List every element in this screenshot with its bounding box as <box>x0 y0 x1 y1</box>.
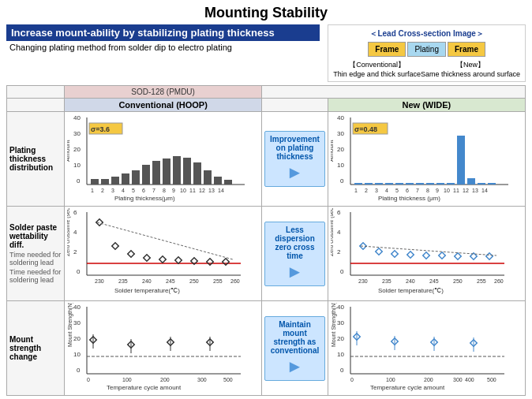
chart-new-plating: 40 30 20 10 0 Amount <box>328 112 525 207</box>
frame-diagram: Frame Plating Frame <box>333 42 520 57</box>
svg-rect-117 <box>438 252 444 259</box>
svg-text:40: 40 <box>73 114 81 121</box>
svg-rect-15 <box>163 158 170 185</box>
svg-text:260: 260 <box>494 278 504 284</box>
row-label-plating: Plating thickness distribution <box>7 112 65 207</box>
chart-new-mount: 40 30 20 10 0 Mount Strength(N) <box>328 301 525 396</box>
svg-text:20: 20 <box>73 146 81 153</box>
svg-rect-113 <box>375 248 381 255</box>
svg-rect-48 <box>365 183 373 185</box>
col-header-conventional: Conventional (HOOP) <box>65 99 262 112</box>
svg-rect-87 <box>112 243 118 249</box>
svg-text:0: 0 <box>340 177 344 185</box>
svg-text:10: 10 <box>73 162 81 169</box>
svg-rect-55 <box>436 183 444 185</box>
svg-text:500: 500 <box>223 377 233 382</box>
svg-rect-14 <box>152 161 160 185</box>
svg-text:8: 8 <box>163 188 166 193</box>
svg-rect-91 <box>175 257 182 263</box>
svg-text:100: 100 <box>386 377 395 382</box>
svg-text:30: 30 <box>337 319 344 326</box>
row-label-solder: Solder paste wettability diff. Time need… <box>7 207 65 301</box>
svg-rect-54 <box>426 183 434 185</box>
svg-text:245: 245 <box>166 278 175 284</box>
svg-text:6: 6 <box>142 188 145 193</box>
svg-text:235: 235 <box>118 278 128 284</box>
svg-text:6: 6 <box>337 209 341 216</box>
svg-text:240: 240 <box>406 278 415 284</box>
svg-rect-50 <box>385 183 393 185</box>
svg-text:0: 0 <box>340 268 344 275</box>
svg-text:20: 20 <box>73 335 81 342</box>
svg-text:10: 10 <box>444 188 450 193</box>
svg-rect-60 <box>488 183 496 185</box>
svg-text:14: 14 <box>218 188 224 193</box>
svg-text:40: 40 <box>337 304 344 311</box>
chart-svg-conv-solder: 6 4 2 0 Zero crosstime (sec) <box>67 208 249 299</box>
svg-text:3: 3 <box>111 188 114 193</box>
svg-text:9: 9 <box>436 188 439 193</box>
svg-rect-52 <box>406 183 414 185</box>
row-label-mount: Mount strength change <box>7 301 65 396</box>
svg-text:Solder temperature(℃): Solder temperature(℃) <box>378 287 444 294</box>
svg-text:5: 5 <box>395 188 399 193</box>
chart-conventional-plating: 40 30 20 10 0 Amount <box>65 112 262 207</box>
svg-rect-49 <box>375 183 383 185</box>
svg-text:11: 11 <box>453 188 459 193</box>
cross-section-title: ＜Lead Cross-section Image＞ <box>333 28 520 39</box>
svg-rect-47 <box>354 183 362 185</box>
svg-rect-115 <box>406 252 413 258</box>
cross-section-box: ＜Lead Cross-section Image＞ Frame Plating… <box>328 24 526 82</box>
svg-text:2: 2 <box>73 248 77 255</box>
svg-text:Amount: Amount <box>67 140 71 162</box>
frame-box-right: Frame <box>448 42 485 57</box>
svg-text:10: 10 <box>180 188 186 193</box>
svg-text:12: 12 <box>463 188 469 193</box>
svg-rect-17 <box>183 158 191 185</box>
svg-text:230: 230 <box>358 278 368 284</box>
comparison-table: SOD-128 (PMDU) Conventional (HOOP) New (… <box>6 85 526 396</box>
arrow-mount: Maintain mount strength as conventional … <box>262 301 328 396</box>
svg-text:245: 245 <box>429 278 439 284</box>
chart-conventional-solder: 6 4 2 0 Zero crosstime (sec) <box>65 207 262 301</box>
svg-text:2: 2 <box>101 188 104 193</box>
svg-text:240: 240 <box>142 278 152 284</box>
arrow-right-mount: ► <box>268 356 321 377</box>
svg-text:1: 1 <box>354 188 358 193</box>
product-label: SOD-128 (PMDU) <box>65 86 262 99</box>
svg-text:6: 6 <box>406 188 409 193</box>
svg-text:2: 2 <box>337 248 341 255</box>
svg-text:40: 40 <box>73 304 81 311</box>
svg-rect-118 <box>454 253 460 259</box>
col-header-new: New (WIDE) <box>328 99 525 112</box>
svg-text:Plating thickness(μm): Plating thickness(μm) <box>114 195 175 202</box>
svg-text:10: 10 <box>73 351 81 358</box>
svg-line-95 <box>97 222 233 259</box>
header-left: Increase mount-ability by stabilizing pl… <box>6 24 320 52</box>
svg-text:0: 0 <box>77 367 81 374</box>
svg-text:500: 500 <box>487 377 496 382</box>
svg-rect-19 <box>204 170 212 185</box>
cross-desc: 【Conventional】 Thin edge and thick surfa… <box>333 60 520 78</box>
svg-rect-9 <box>101 179 109 185</box>
svg-text:100: 100 <box>122 377 132 382</box>
arrow-box-solder: Less dispersion zero cross time ► <box>264 222 324 286</box>
svg-rect-13 <box>142 165 150 185</box>
svg-rect-12 <box>132 170 140 185</box>
svg-rect-53 <box>416 183 424 185</box>
svg-text:0: 0 <box>77 177 81 185</box>
svg-text:σ=3.6: σ=3.6 <box>91 125 110 133</box>
svg-rect-116 <box>422 252 429 259</box>
svg-text:230: 230 <box>95 278 104 284</box>
subheadline: Changing plating method from solder dip … <box>9 43 320 52</box>
arrow-plating: Improvement on plating thickness ► <box>262 112 328 207</box>
svg-text:Solder temperature(℃): Solder temperature(℃) <box>114 287 180 294</box>
svg-rect-90 <box>159 256 166 263</box>
arrow-right-plating: ► <box>268 162 321 183</box>
svg-text:2: 2 <box>365 188 368 193</box>
svg-text:250: 250 <box>189 278 199 284</box>
arrow-right-solder: ► <box>268 262 321 282</box>
chart-svg-conv-plating: 40 30 20 10 0 Amount <box>67 114 249 204</box>
svg-rect-10 <box>111 177 119 185</box>
page-title: Mounting Stability <box>6 5 526 21</box>
